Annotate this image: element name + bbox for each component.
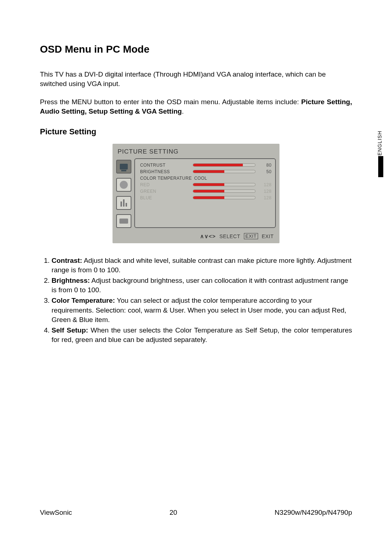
osd-row-label: COLOR TEMPERATURE: [140, 176, 193, 181]
footer-page-number: 20: [170, 509, 177, 517]
slider-track: [193, 183, 256, 186]
picture-tab-icon[interactable]: [116, 160, 131, 174]
osd-footer: ∧∨<> SELECT EXIT EXIT: [113, 231, 279, 243]
language-side-label: ENGLISH: [377, 131, 383, 155]
osd-row-red: RED 128: [140, 182, 271, 188]
slider-fill: [193, 190, 224, 192]
osd-row-label: GREEN: [140, 189, 193, 194]
list-item-text: Adjust background brightness, user can c…: [52, 277, 348, 294]
list-item: Contrast: Adjust black and white level, …: [52, 256, 352, 275]
list-item: Self Setup: When the user selects the Co…: [52, 326, 352, 345]
osd-row-value: 80: [259, 163, 271, 168]
list-item: Brightness: Adjust background brightness…: [52, 276, 352, 295]
osd-row-value: 128: [259, 189, 271, 194]
footer-model: N3290w/N4290p/N4790p: [275, 509, 352, 517]
list-item-term: Contrast:: [52, 257, 82, 264]
osd-row-value: 50: [259, 169, 271, 174]
description-list: Contrast: Adjust black and white level, …: [40, 256, 352, 345]
section-subheading: Picture Setting: [40, 127, 352, 136]
osd-row-label: BLUE: [140, 195, 193, 200]
osd-panel: PICTURE SETTING CONTRUST 80 BRIGHTNESS: [113, 144, 279, 243]
osd-row-contrast[interactable]: CONTRUST 80: [140, 162, 271, 168]
nav-arrows-icon: ∧∨<>: [200, 233, 216, 240]
list-item: Color Temperature: You can select or adj…: [52, 296, 352, 325]
intro2-prefix: Press the MENU button to enter into the …: [40, 98, 301, 106]
slider-track[interactable]: [193, 163, 256, 167]
osd-row-brightness[interactable]: BRIGHTNESS 50: [140, 168, 271, 175]
list-item-term: Brightness:: [52, 277, 90, 284]
osd-footer-select: SELECT: [220, 233, 240, 239]
footer-brand: ViewSonic: [40, 509, 72, 517]
osd-row-value: 128: [259, 182, 271, 187]
list-item-term: Color Temperature:: [52, 297, 115, 304]
slider-track: [193, 196, 256, 199]
audio-tab-icon[interactable]: [116, 178, 131, 192]
osd-row-text-value: COOL: [193, 176, 211, 181]
page-title: OSD Menu in PC Mode: [40, 44, 352, 55]
list-item-term: Self Setup:: [52, 326, 88, 334]
intro-paragraph-1: This TV has a DVI-D digital interface (T…: [40, 70, 352, 88]
osd-icon-column: [116, 158, 131, 228]
osd-row-label: BRIGHTNESS: [140, 169, 193, 174]
osd-row-label: CONTRUST: [140, 163, 193, 168]
osd-row-value: 128: [259, 195, 271, 200]
slider-track[interactable]: [193, 170, 256, 173]
list-item-text: Adjust black and white level, suitable c…: [52, 257, 352, 274]
osd-row-green: GREEN 128: [140, 188, 271, 195]
slider-fill: [193, 164, 243, 166]
language-side-bar: [378, 156, 383, 177]
setup-tab-icon[interactable]: [116, 196, 131, 210]
osd-settings-panel: CONTRUST 80 BRIGHTNESS 50 COLOR TEMPERAT…: [134, 158, 276, 228]
vga-tab-icon[interactable]: [116, 214, 131, 228]
slider-fill: [193, 196, 224, 199]
osd-row-label: RED: [140, 182, 193, 187]
list-item-text: When the user selects the Color Temperat…: [52, 326, 352, 344]
slider-track: [193, 190, 256, 193]
osd-row-color-temperature[interactable]: COLOR TEMPERATURE COOL: [140, 175, 271, 182]
page-footer: ViewSonic 20 N3290w/N4290p/N4790p: [40, 509, 352, 517]
slider-fill: [193, 183, 224, 186]
osd-row-blue: BLUE 128: [140, 195, 271, 201]
intro2-suffix: .: [182, 107, 184, 115]
slider-fill: [193, 170, 224, 173]
exit-button-icon: EXIT: [244, 233, 258, 239]
osd-title: PICTURE SETTING: [113, 147, 279, 158]
osd-footer-exit: EXIT: [262, 233, 274, 239]
intro-paragraph-2: Press the MENU button to enter into the …: [40, 97, 352, 116]
